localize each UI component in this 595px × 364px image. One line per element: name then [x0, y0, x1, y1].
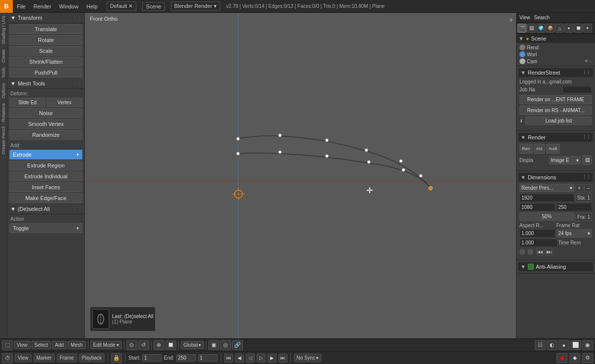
render-ent-frame-button[interactable]: Render on ...ENT FRAME	[519, 95, 592, 104]
outliner-item-camera[interactable]: Cam 👁 ↓	[516, 58, 595, 65]
scale-button[interactable]: Scale	[9, 46, 82, 56]
timeline-playback-btn[interactable]: Playback	[79, 354, 105, 362]
resolution-y-input[interactable]	[519, 203, 555, 211]
rp-icon-scene[interactable]: 🎬	[517, 24, 526, 33]
translate-button[interactable]: Translate	[9, 24, 82, 34]
scene-section-header[interactable]: ▼ ● Scene	[516, 34, 595, 43]
smooth-vertex-button[interactable]: Smooth Vertex	[9, 119, 82, 129]
prev-frame-btn[interactable]: ◀	[235, 354, 244, 363]
aa-header[interactable]: ▼ Anti-Aliasing	[518, 262, 593, 271]
job-name-input[interactable]	[562, 86, 592, 93]
proportional-icon[interactable]: ◎	[220, 340, 231, 350]
display-dropdown[interactable]: Image E ▾	[549, 156, 581, 164]
view-menu-button[interactable]: View	[14, 341, 31, 349]
viewport-wire-icon[interactable]: ⬜	[570, 340, 581, 350]
select-menu-button[interactable]: Select	[32, 341, 51, 349]
noise-button[interactable]: Noise	[9, 108, 82, 118]
menu-file[interactable]: File	[13, 0, 30, 12]
transform-orientation-dropdown[interactable]: Global▾	[181, 341, 204, 349]
tab-grease-pencil[interactable]: Grease Pencil	[0, 124, 6, 157]
extrude-individual-button[interactable]: Extrude Individual	[9, 171, 82, 181]
workspace-selector[interactable]: Default ✕	[107, 1, 137, 11]
inset-faces-button[interactable]: Inset Faces	[9, 182, 82, 192]
tab-tools[interactable]: Tools	[0, 66, 6, 80]
start-frame-input[interactable]	[142, 354, 162, 362]
aspect-y-input[interactable]	[519, 239, 557, 247]
scene-selector[interactable]: Scene	[142, 2, 164, 11]
sync-dropdown[interactable]: No Sync▾	[294, 354, 322, 362]
normal-icon[interactable]: ⊕	[154, 340, 164, 350]
overlay-icon[interactable]: ☷	[535, 340, 546, 350]
resolution-pct-display[interactable]: 50%	[519, 212, 574, 221]
vertex-button[interactable]: Vertex	[46, 98, 82, 107]
resolution-x-input[interactable]	[519, 194, 574, 202]
viewport-solid-icon[interactable]: ●	[558, 340, 569, 350]
extrude-region-button[interactable]: Extrude Region	[9, 161, 82, 170]
jump-start-btn[interactable]: ⏮	[224, 354, 233, 363]
mesh-tools-section-header[interactable]: ▼ Mesh Tools ⋮⋮	[7, 79, 84, 89]
dimensions-header[interactable]: ▼ Dimensions ⋮⋮	[518, 173, 593, 182]
shrink-flatten-button[interactable]: Shrink/Flatten	[9, 57, 82, 67]
view-button[interactable]: View	[518, 14, 531, 21]
search-button[interactable]: Search	[533, 14, 551, 21]
record-icon[interactable]: ⏺	[556, 353, 567, 363]
renderstreet-header[interactable]: ▼ RenderStreet ⋮⋮	[518, 68, 593, 77]
aa-checkbox[interactable]	[528, 264, 534, 270]
end-frame-input[interactable]	[176, 354, 196, 362]
play-back-btn[interactable]: ⏮	[536, 248, 544, 256]
rp-icon-object[interactable]: 📦	[546, 24, 555, 33]
rp-icon-texture[interactable]: 🔲	[574, 24, 583, 33]
viewport[interactable]: Front Ortho + ✛	[85, 13, 516, 338]
scene-type-icon[interactable]: ⬚	[2, 340, 13, 350]
tab-options[interactable]: Options	[0, 81, 6, 100]
transform-section-header[interactable]: ▼ Transform ⋮⋮	[7, 13, 84, 23]
menu-help[interactable]: Help	[82, 0, 102, 12]
push-pull-button[interactable]: Push/Pull	[9, 68, 82, 78]
aspect-x-input[interactable]	[519, 229, 555, 238]
make-edge-button[interactable]: Make Edge/Face	[9, 193, 82, 203]
render-rs-anim-button[interactable]: Render on RS - ANIMAT...	[519, 106, 592, 115]
snap-icon[interactable]: 🔲	[165, 340, 176, 350]
slide-edge-button[interactable]: Slide Ed	[9, 98, 45, 107]
add-menu-button[interactable]: Add	[52, 341, 67, 349]
tab-create[interactable]: Create	[0, 47, 6, 65]
deselect-section-header[interactable]: ▼ (De)select All ⋮⋮	[7, 204, 84, 214]
mesh-menu-button[interactable]: Mesh	[68, 341, 85, 349]
pivot-btn2[interactable]: ↺	[138, 340, 149, 350]
rotate-button[interactable]: Rotate	[9, 35, 82, 45]
viewport-shade-icon[interactable]: ◐	[547, 340, 557, 350]
timeline-type-icon[interactable]: ⏱	[2, 353, 13, 363]
toggle-dropdown[interactable]: Toggle ▾	[9, 223, 82, 233]
randomize-button[interactable]: Randomize	[9, 130, 82, 140]
pivot-icon[interactable]: ⊙	[126, 340, 137, 350]
rp-icon-particles[interactable]: ✦	[583, 24, 592, 33]
rp-icon-mesh[interactable]: △	[555, 24, 564, 33]
render-tab-audi[interactable]: Audi	[546, 144, 560, 154]
keyframe-icon[interactable]: ◆	[569, 353, 580, 363]
timeline-view-btn[interactable]: View	[15, 354, 32, 362]
rp-icon-material[interactable]: ●	[564, 24, 573, 33]
next-frame-btn[interactable]: ▶	[268, 354, 277, 363]
load-job-list-button[interactable]: Load job list	[525, 117, 592, 125]
jump-end-btn[interactable]: ⏭	[278, 354, 287, 363]
rp-icon-render[interactable]: 🖼	[527, 24, 536, 33]
layer-icon[interactable]: ▣	[208, 340, 219, 350]
timeline-frame-btn[interactable]: Frame	[57, 354, 77, 362]
display-icon-btn[interactable]: 🖼	[582, 155, 592, 165]
play-btn[interactable]: ▷	[257, 354, 266, 363]
dim-minus-btn[interactable]: −	[584, 184, 592, 192]
renderer-selector[interactable]: Blender Render ▾	[171, 1, 220, 11]
render-tab-ren[interactable]: Ren	[519, 144, 533, 154]
timeline-marker-btn[interactable]: Marker	[34, 354, 55, 362]
render-header[interactable]: ▼ Render ⋮⋮	[518, 133, 593, 142]
render-tab-ani[interactable]: Ani	[534, 144, 545, 154]
timeline-lock-icon[interactable]: 🔒	[111, 353, 122, 363]
outliner-item-render[interactable]: Rend	[516, 44, 595, 51]
menu-render[interactable]: Render	[30, 0, 55, 12]
viewport-plus-icon[interactable]: +	[509, 16, 513, 24]
timeline-settings-icon[interactable]: ⚙	[582, 353, 593, 363]
tab-relations[interactable]: Relations	[0, 101, 6, 124]
tab-shading-uvs[interactable]: Shading / UVs	[0, 14, 6, 46]
frame-rate-dropdown[interactable]: 24 fps ▾	[556, 229, 593, 238]
end-frame-input[interactable]	[556, 203, 593, 211]
